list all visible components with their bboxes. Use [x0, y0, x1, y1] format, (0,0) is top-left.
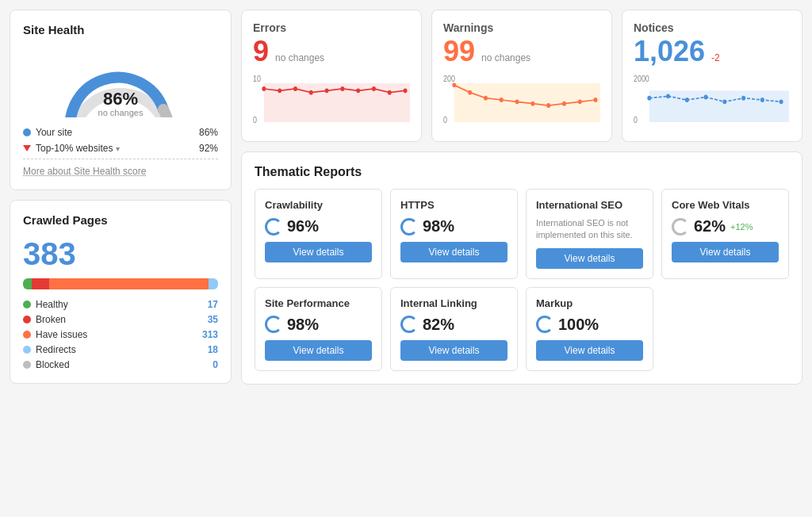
markup-score-row: 100%	[536, 316, 643, 334]
issues-dot	[23, 331, 31, 339]
notices-card: Notices 1,026 -2 2000 0	[622, 10, 802, 142]
svg-point-37	[779, 99, 783, 104]
report-markup-name: Markup	[536, 297, 643, 309]
errors-value: 9	[253, 37, 269, 66]
cwv-view-btn[interactable]: View details	[672, 242, 779, 262]
top-metrics-row: Errors 9 no changes 10 0	[241, 10, 802, 142]
intl-seo-view-btn[interactable]: View details	[536, 248, 643, 269]
list-item: Broken 35	[23, 314, 218, 325]
redirects-count: 18	[208, 344, 218, 355]
svg-point-19	[484, 96, 488, 101]
cwv-score-row: 62% +12%	[672, 217, 779, 236]
crawled-total: 383	[23, 236, 218, 272]
svg-point-24	[562, 101, 566, 106]
svg-point-13	[404, 88, 408, 93]
svg-point-17	[452, 82, 456, 87]
svg-point-34	[722, 99, 726, 104]
your-site-value: 86%	[199, 127, 218, 138]
your-site-legend: Your site 86%	[23, 127, 218, 138]
sp-score-row: 98%	[265, 316, 372, 334]
svg-point-23	[546, 103, 550, 108]
https-view-btn[interactable]: View details	[400, 242, 508, 262]
svg-point-22	[530, 101, 534, 106]
site-health-card: Site Health 86% no chan	[10, 10, 232, 190]
sp-view-btn[interactable]: View details	[265, 340, 372, 361]
report-internal-linking: Internal Linking 82% View details	[390, 287, 518, 371]
report-cwv-name: Core Web Vitals	[672, 199, 779, 211]
list-item: Healthy 17	[23, 299, 218, 310]
svg-text:0: 0	[634, 115, 638, 124]
crawlability-pct: 96%	[287, 217, 319, 236]
warnings-label: Warnings	[443, 21, 600, 34]
gauge-wrap: 86% no changes	[57, 46, 184, 117]
broken-dot	[23, 316, 31, 324]
crawlability-icon	[265, 218, 282, 236]
report-https: HTTPS 98% View details	[390, 189, 518, 279]
warnings-number-row: 99 no changes	[443, 37, 600, 66]
crawlability-score-row: 96%	[265, 217, 372, 236]
svg-text:0: 0	[443, 115, 447, 124]
svg-point-6	[293, 86, 297, 91]
svg-rect-29	[649, 90, 789, 122]
more-about-link[interactable]: More about Site Health score	[23, 159, 218, 177]
healthy-dot	[23, 301, 31, 308]
svg-point-21	[515, 99, 519, 104]
notices-number-row: 1,026 -2	[634, 37, 791, 66]
crawled-legend: Healthy 17 Broken 35 Have issues	[23, 299, 218, 370]
svg-point-31	[666, 94, 670, 98]
blocked-dot	[23, 361, 31, 369]
svg-point-5	[278, 88, 282, 93]
svg-text:0: 0	[253, 115, 257, 124]
broken-count: 35	[208, 314, 218, 325]
report-site-performance: Site Performance 98% View details	[255, 287, 382, 371]
issues-count: 313	[202, 329, 218, 340]
il-score-row: 82%	[400, 316, 508, 334]
report-crawlability: Crawlability 96% View details	[255, 189, 382, 279]
svg-point-11	[372, 86, 376, 91]
gauge-center: 86% no changes	[98, 90, 144, 117]
warnings-change: no changes	[481, 52, 530, 63]
crawled-pages-card: Crawled Pages 383 Healthy 17	[10, 200, 232, 384]
warnings-value: 99	[443, 37, 475, 66]
report-intl-seo-name: International SEO	[536, 199, 643, 211]
blocked-label: Blocked	[36, 359, 70, 370]
markup-pct: 100%	[558, 316, 599, 334]
list-item: Blocked 0	[23, 359, 218, 370]
bar-redirects	[209, 278, 218, 289]
gauge-percent: 86%	[98, 90, 144, 108]
https-score-row: 98%	[400, 217, 508, 236]
il-view-btn[interactable]: View details	[400, 340, 508, 361]
markup-icon	[536, 316, 553, 333]
site-health-title: Site Health	[23, 23, 218, 36]
markup-view-btn[interactable]: View details	[536, 340, 643, 361]
intl-seo-desc: International SEO is not implemented on …	[536, 217, 643, 242]
top10-label: Top-10% websites ▾	[36, 143, 120, 154]
your-site-label: Your site	[36, 127, 72, 138]
errors-number-row: 9 no changes	[253, 37, 410, 66]
top10-icon	[23, 145, 31, 151]
svg-point-30	[647, 96, 651, 101]
thematic-reports-section: Thematic Reports Crawlability 96% View d…	[241, 151, 802, 385]
svg-point-20	[500, 98, 504, 102]
errors-change: no changes	[275, 52, 324, 63]
notices-change: -2	[711, 52, 720, 63]
sp-pct: 98%	[287, 316, 319, 334]
svg-point-25	[578, 99, 582, 104]
svg-point-32	[685, 98, 689, 102]
svg-text:10: 10	[253, 74, 261, 83]
blocked-count: 0	[213, 359, 218, 370]
svg-point-18	[468, 90, 472, 95]
il-pct: 82%	[423, 316, 454, 334]
errors-chart: 10 0	[253, 72, 410, 128]
report-il-name: Internal Linking	[400, 297, 508, 309]
warnings-card: Warnings 99 no changes 200 0	[431, 10, 612, 142]
gauge-sublabel: no changes	[98, 108, 144, 117]
thematic-title: Thematic Reports	[255, 165, 789, 179]
svg-point-33	[704, 95, 708, 100]
healthy-label: Healthy	[36, 299, 68, 310]
svg-point-12	[388, 90, 392, 95]
bar-issues	[49, 278, 209, 289]
warnings-chart: 200 0	[443, 72, 600, 128]
crawlability-view-btn[interactable]: View details	[265, 242, 372, 262]
notices-chart: 2000 0	[634, 72, 791, 128]
